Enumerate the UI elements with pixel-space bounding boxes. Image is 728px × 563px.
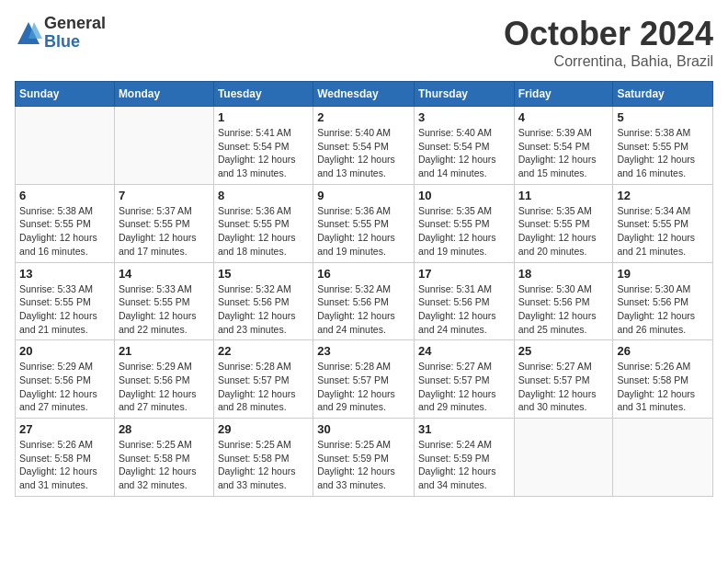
logo-icon [15,19,42,47]
logo-blue: Blue [44,33,106,52]
calendar-cell: 30Sunrise: 5:25 AMSunset: 5:59 PMDayligh… [313,419,415,497]
day-info: Sunrise: 5:28 AMSunset: 5:57 PMDaylight:… [218,360,309,414]
logo: General Blue [15,15,106,52]
day-number: 15 [218,267,309,281]
calendar-cell: 25Sunrise: 5:27 AMSunset: 5:57 PMDayligh… [514,340,613,419]
day-number: 13 [19,267,110,281]
calendar-cell: 2Sunrise: 5:40 AMSunset: 5:54 PMDaylight… [313,107,415,185]
day-info: Sunrise: 5:33 AMSunset: 5:55 PMDaylight:… [119,282,210,337]
day-info: Sunrise: 5:33 AMSunset: 5:55 PMDaylight:… [19,282,110,337]
calendar-cell: 17Sunrise: 5:31 AMSunset: 5:56 PMDayligh… [414,262,514,340]
calendar-cell: 16Sunrise: 5:32 AMSunset: 5:56 PMDayligh… [313,262,415,340]
day-info: Sunrise: 5:41 AMSunset: 5:54 PMDaylight:… [218,126,309,180]
day-info: Sunrise: 5:40 AMSunset: 5:54 PMDaylight:… [418,126,510,180]
calendar-cell: 24Sunrise: 5:27 AMSunset: 5:57 PMDayligh… [414,340,514,419]
day-number: 6 [19,189,110,202]
day-info: Sunrise: 5:32 AMSunset: 5:56 PMDaylight:… [218,282,309,337]
day-number: 1 [218,110,309,124]
calendar-cell: 1Sunrise: 5:41 AMSunset: 5:54 PMDaylight… [213,107,313,185]
day-number: 5 [617,110,709,124]
day-number: 18 [518,267,609,281]
weekday-header-thursday: Thursday [414,82,514,107]
week-row-4: 20Sunrise: 5:29 AMSunset: 5:56 PMDayligh… [16,340,713,419]
location: Correntina, Bahia, Brazil [504,53,713,70]
day-number: 17 [418,267,510,281]
calendar-cell: 13Sunrise: 5:33 AMSunset: 5:55 PMDayligh… [16,262,115,340]
calendar-cell: 15Sunrise: 5:32 AMSunset: 5:56 PMDayligh… [213,262,313,340]
calendar-cell: 6Sunrise: 5:38 AMSunset: 5:55 PMDaylight… [16,184,115,262]
month-title: October 2024 [504,15,713,53]
day-info: Sunrise: 5:27 AMSunset: 5:57 PMDaylight:… [418,360,510,414]
logo-text: General Blue [44,15,106,52]
calendar-cell: 3Sunrise: 5:40 AMSunset: 5:54 PMDaylight… [414,107,514,185]
day-info: Sunrise: 5:40 AMSunset: 5:54 PMDaylight:… [317,126,410,180]
day-info: Sunrise: 5:25 AMSunset: 5:59 PMDaylight:… [317,438,410,492]
weekday-header-tuesday: Tuesday [213,82,313,107]
calendar-cell: 23Sunrise: 5:28 AMSunset: 5:57 PMDayligh… [313,340,415,419]
day-number: 2 [317,110,410,124]
day-number: 16 [317,267,410,281]
week-row-5: 27Sunrise: 5:26 AMSunset: 5:58 PMDayligh… [16,419,713,497]
day-info: Sunrise: 5:28 AMSunset: 5:57 PMDaylight:… [317,360,410,414]
weekday-header-saturday: Saturday [613,82,713,107]
calendar-table: SundayMondayTuesdayWednesdayThursdayFrid… [15,81,713,497]
day-info: Sunrise: 5:38 AMSunset: 5:55 PMDaylight:… [19,204,110,259]
day-info: Sunrise: 5:26 AMSunset: 5:58 PMDaylight:… [617,360,709,414]
title-block: October 2024 Correntina, Bahia, Brazil [504,15,713,70]
day-number: 11 [518,189,609,202]
calendar-cell: 27Sunrise: 5:26 AMSunset: 5:58 PMDayligh… [16,419,115,497]
calendar-cell: 10Sunrise: 5:35 AMSunset: 5:55 PMDayligh… [414,184,514,262]
calendar-cell: 26Sunrise: 5:26 AMSunset: 5:58 PMDayligh… [613,340,713,419]
weekday-header-friday: Friday [514,82,613,107]
calendar-cell: 8Sunrise: 5:36 AMSunset: 5:55 PMDaylight… [213,184,313,262]
day-info: Sunrise: 5:25 AMSunset: 5:58 PMDaylight:… [218,438,309,492]
day-number: 21 [119,344,210,358]
calendar-cell: 22Sunrise: 5:28 AMSunset: 5:57 PMDayligh… [213,340,313,419]
weekday-header-sunday: Sunday [16,82,115,107]
calendar-cell [114,107,213,185]
day-info: Sunrise: 5:29 AMSunset: 5:56 PMDaylight:… [119,360,210,414]
day-info: Sunrise: 5:27 AMSunset: 5:57 PMDaylight:… [518,360,609,414]
day-number: 30 [317,422,410,436]
calendar-cell [16,107,115,185]
day-info: Sunrise: 5:32 AMSunset: 5:56 PMDaylight:… [317,282,410,337]
day-number: 22 [218,344,309,358]
day-number: 23 [317,344,410,358]
day-info: Sunrise: 5:35 AMSunset: 5:55 PMDaylight:… [518,204,609,259]
calendar-cell: 19Sunrise: 5:30 AMSunset: 5:56 PMDayligh… [613,262,713,340]
day-info: Sunrise: 5:26 AMSunset: 5:58 PMDaylight:… [19,438,110,492]
weekday-header-wednesday: Wednesday [313,82,415,107]
day-number: 4 [518,110,609,124]
day-info: Sunrise: 5:30 AMSunset: 5:56 PMDaylight:… [518,282,609,337]
day-number: 9 [317,189,410,202]
day-number: 12 [617,189,709,202]
calendar-cell: 9Sunrise: 5:36 AMSunset: 5:55 PMDaylight… [313,184,415,262]
day-number: 8 [218,189,309,202]
day-info: Sunrise: 5:25 AMSunset: 5:58 PMDaylight:… [119,438,210,492]
day-number: 25 [518,344,609,358]
day-info: Sunrise: 5:39 AMSunset: 5:54 PMDaylight:… [518,126,609,180]
calendar-cell: 4Sunrise: 5:39 AMSunset: 5:54 PMDaylight… [514,107,613,185]
day-info: Sunrise: 5:29 AMSunset: 5:56 PMDaylight:… [19,360,110,414]
week-row-2: 6Sunrise: 5:38 AMSunset: 5:55 PMDaylight… [16,184,713,262]
calendar-cell: 28Sunrise: 5:25 AMSunset: 5:58 PMDayligh… [114,419,213,497]
day-info: Sunrise: 5:24 AMSunset: 5:59 PMDaylight:… [418,438,510,492]
logo-general: General [44,15,106,33]
weekday-header-row: SundayMondayTuesdayWednesdayThursdayFrid… [16,82,713,107]
calendar-cell: 11Sunrise: 5:35 AMSunset: 5:55 PMDayligh… [514,184,613,262]
day-number: 20 [19,344,110,358]
calendar-cell: 18Sunrise: 5:30 AMSunset: 5:56 PMDayligh… [514,262,613,340]
weekday-header-monday: Monday [114,82,213,107]
day-info: Sunrise: 5:30 AMSunset: 5:56 PMDaylight:… [617,282,709,337]
day-number: 19 [617,267,709,281]
day-number: 31 [418,422,510,436]
calendar-cell [514,419,613,497]
calendar-cell: 20Sunrise: 5:29 AMSunset: 5:56 PMDayligh… [16,340,115,419]
day-number: 10 [418,189,510,202]
week-row-1: 1Sunrise: 5:41 AMSunset: 5:54 PMDaylight… [16,107,713,185]
calendar-cell: 29Sunrise: 5:25 AMSunset: 5:58 PMDayligh… [213,419,313,497]
day-number: 24 [418,344,510,358]
day-info: Sunrise: 5:31 AMSunset: 5:56 PMDaylight:… [418,282,510,337]
day-number: 7 [119,189,210,202]
day-info: Sunrise: 5:36 AMSunset: 5:55 PMDaylight:… [218,204,309,259]
